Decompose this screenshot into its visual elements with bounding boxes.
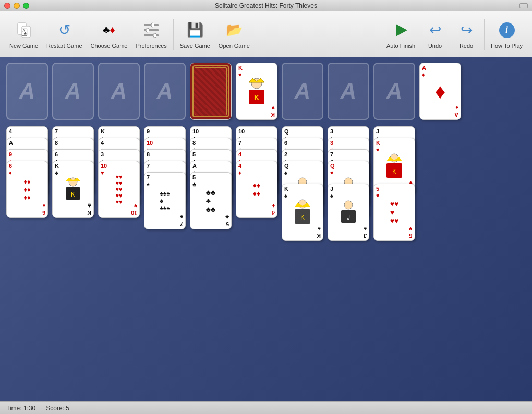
close-button[interactable] [4, 3, 10, 9]
tableau-col-3: K♠ K K♠ 4♠ ♠♠♠♠ 4♠ [98, 126, 140, 272]
foundation-slot-4[interactable]: A [144, 63, 186, 120]
tableau-col-9: J♠ J J♠ K♥ [373, 126, 415, 283]
how-to-play-icon: i [497, 20, 517, 41]
card-7b-col4[interactable]: 7♠ ♠♠♠♠♠♠♠ 7♠ [144, 172, 186, 229]
choose-game-button[interactable]: ♣♦ Choose Game [87, 17, 132, 52]
svg-text:K: K [392, 168, 396, 175]
resize-icon [519, 3, 528, 8]
auto-finish-icon [391, 20, 412, 41]
card-5c2-col5[interactable]: 5♣ ♣♣♣♣♣ 5♣ [190, 172, 232, 229]
save-game-label: Save Game [180, 43, 210, 49]
tableau-col-1: 4♠ ♠♠♠♠ 4♠ A♠ ♠ A♠ 9♦ ♦♦♦♦♦♦♦♦♦ 9♦ [6, 126, 48, 257]
save-game-button[interactable]: 💾 Save Game [176, 17, 214, 52]
tcol-inner-3: K♠ K K♠ 4♠ ♠♠♠♠ 4♠ [98, 126, 140, 272]
title-bar: Solitaire Greatest Hits: Forty Thieves [0, 0, 532, 11]
card-6d[interactable]: 6♦ ♦♦♦♦♦♦ 6♦ [6, 161, 48, 218]
toolbar-sep-2 [484, 19, 485, 50]
card-rank-br: K♥ [271, 104, 275, 118]
maximize-button[interactable] [23, 3, 29, 9]
svg-rect-8 [153, 33, 156, 38]
tcol-inner-4: 9♠ ♠♠♠♠♠♠♠♠♠ 9♠ 10♥ ♥♥♥♥♥♥♥♥♥♥ 10♥ 8♠ ♠♠… [144, 126, 186, 283]
tcol-inner-2: 7♠ ♠♠♠♠♠♠♠ 7♠ 8♠ ♠♠♠♠♠♠♠♠ 8♠ 6♣ ♣♣♣♣♣♣ 6… [52, 126, 94, 272]
restart-button[interactable]: ↺ Restart Game [42, 17, 86, 52]
tableau-col-7: Q♠ Q Q♠ 6♠ ♠♠♠♠♠♠ 6♠ [282, 126, 323, 293]
open-game-label: Open Game [219, 43, 250, 49]
choose-game-label: Choose Game [91, 43, 128, 49]
foundation-slot-1[interactable]: A [6, 63, 48, 120]
window-controls [4, 3, 29, 9]
redo-icon: ↪ [456, 20, 477, 41]
foundation-slot-7[interactable]: A [282, 63, 323, 120]
tableau-col-4: 9♠ ♠♠♠♠♠♠♠♠♠ 9♠ 10♥ ♥♥♥♥♥♥♥♥♥♥ 10♥ 8♠ ♠♠… [144, 126, 186, 283]
tcol-inner-9: J♠ J J♠ K♥ [373, 126, 415, 283]
card-rank-tl: K♥ [238, 65, 243, 78]
svg-text:🂡: 🂡 [21, 28, 28, 36]
restart-label: Restart Game [46, 43, 82, 49]
tcol-inner-5: 10♣ ♣♣♣♣♣♣♣♣♣♣ 10♣ 8♣ ♣♣♣♣♣♣♣♣ 8♣ 5♣ ♣♣♣… [190, 126, 232, 283]
card-rank-br-ad: A♦ [454, 104, 458, 118]
card-back-inner [195, 67, 227, 115]
restart-icon: ↺ [54, 20, 75, 41]
foundation-row: A A A A K♥ K K [6, 63, 526, 120]
svg-rect-7 [146, 28, 149, 32]
foundation-card-k-hearts[interactable]: K♥ K K♥ [236, 63, 277, 120]
foundation-slot-9[interactable]: A [373, 63, 415, 120]
card-4d2-col6[interactable]: 4♦ ♦♦♦♦ 4♦ [236, 161, 277, 218]
auto-finish-label: Auto Finish [386, 43, 415, 49]
tableau-col-2: 7♠ ♠♠♠♠♠♠♠ 7♠ 8♠ ♠♠♠♠♠♠♠♠ 8♠ 6♣ ♣♣♣♣♣♣ 6… [52, 126, 94, 272]
undo-icon: ↩ [425, 20, 445, 41]
card-rank-tl-ad: A♦ [422, 65, 426, 78]
minimize-button[interactable] [14, 3, 20, 9]
card-5h-col9[interactable]: 5♥ ♥♥♥♥♥ 5♥ [373, 184, 415, 241]
redo-button[interactable]: ↪ Redo [451, 17, 482, 52]
preferences-label: Preferences [136, 43, 166, 49]
svg-marker-9 [396, 24, 407, 36]
tcol-inner-1: 4♠ ♠♠♠♠ 4♠ A♠ ♠ A♠ 9♦ ♦♦♦♦♦♦♦♦♦ 9♦ [6, 126, 48, 257]
card-js-col8[interactable]: J♠ J J♠ [328, 184, 369, 241]
tcol-inner-6: 10♠ ♠♠♠♠♠♠♠♠♠♠ 10♠ 7♣ ♣♣♣♣♣♣♣ 7♣ 4♦ ♦♦♦♦… [236, 126, 277, 272]
time-display: Time: 1:30 [6, 405, 35, 412]
auto-finish-button[interactable]: Auto Finish [382, 17, 419, 52]
choose-game-icon: ♣♦ [99, 20, 119, 41]
deck-card[interactable] [190, 63, 232, 120]
score-display: Score: 5 [46, 405, 69, 412]
toolbar: 🂡 New Game ↺ Restart Game ♣♦ Choose Game [0, 11, 532, 57]
how-to-play-button[interactable]: i How To Play [487, 17, 527, 52]
new-game-button[interactable]: 🂡 New Game [5, 17, 42, 52]
game-area: A A A A K♥ K K [0, 57, 532, 401]
svg-text:J: J [347, 214, 350, 221]
foundation-card-a-diamonds[interactable]: A♦ ♦ A♦ [419, 63, 461, 120]
info-circle: i [499, 22, 515, 38]
card-kf-col7[interactable]: K♠ K K♠ [282, 184, 323, 241]
how-to-play-label: How To Play [491, 43, 523, 49]
new-game-icon: 🂡 [14, 20, 34, 41]
foundation-slot-2[interactable]: A [52, 63, 94, 120]
tableau-col-6: 10♠ ♠♠♠♠♠♠♠♠♠♠ 10♠ 7♣ ♣♣♣♣♣♣♣ 7♣ 4♦ ♦♦♦♦… [236, 126, 277, 272]
svg-text:K: K [254, 93, 259, 102]
save-game-icon: 💾 [185, 20, 205, 41]
preferences-icon [141, 20, 162, 41]
open-game-button[interactable]: 📂 Open Game [214, 17, 254, 52]
tableau-col-5: 10♣ ♣♣♣♣♣♣♣♣♣♣ 10♣ 8♣ ♣♣♣♣♣♣♣♣ 8♣ 5♣ ♣♣♣… [190, 126, 232, 283]
toolbar-sep-1 [173, 19, 174, 50]
redo-label: Redo [460, 43, 473, 49]
card-10h-col3[interactable]: 10♥ ♥♥♥♥♥♥♥♥♥♥ 10♥ [98, 161, 140, 218]
status-bar: Time: 1:30 Score: 5 [0, 401, 532, 414]
new-game-label: New Game [9, 43, 38, 49]
card-kc-col2[interactable]: K♣ K K♣ [52, 161, 94, 218]
tcol-inner-7: Q♠ Q Q♠ 6♠ ♠♠♠♠♠♠ 6♠ [282, 126, 323, 293]
open-game-icon: 📂 [224, 20, 245, 41]
undo-button[interactable]: ↩ Undo [419, 17, 451, 52]
window-title: Solitaire Greatest Hits: Forty Thieves [215, 2, 317, 9]
tableau-row: 4♠ ♠♠♠♠ 4♠ A♠ ♠ A♠ 9♦ ♦♦♦♦♦♦♦♦♦ 9♦ [6, 126, 526, 293]
svg-point-43 [344, 201, 353, 209]
svg-text:K: K [300, 214, 305, 221]
preferences-button[interactable]: Preferences [131, 17, 171, 52]
foundation-slot-3[interactable]: A [98, 63, 140, 120]
tcol-inner-8: 3♠ ♠♠♠ 3♠ 3♥ ♥♥♥ 3♥ 7♣ ♣♣♣♣♣♣♣ 7♣ Q♥ [328, 126, 369, 293]
svg-text:K: K [71, 191, 75, 198]
undo-label: Undo [428, 43, 442, 49]
svg-rect-6 [151, 23, 154, 27]
foundation-slot-8[interactable]: A [328, 63, 369, 120]
tableau-col-8: 3♠ ♠♠♠ 3♠ 3♥ ♥♥♥ 3♥ 7♣ ♣♣♣♣♣♣♣ 7♣ Q♥ [328, 126, 369, 293]
